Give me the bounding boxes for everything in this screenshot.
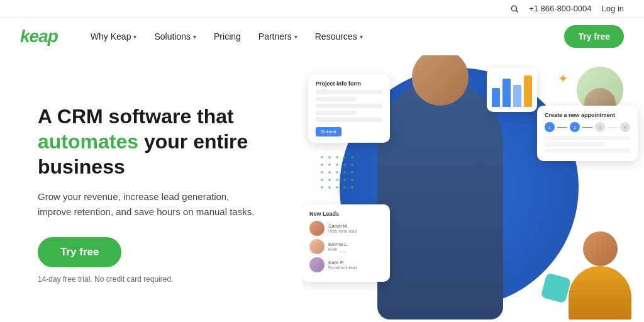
form-submit-button[interactable]: Submit: [316, 127, 341, 136]
person-head: [412, 55, 469, 106]
chart-bar: [502, 79, 511, 107]
step-4: 4: [620, 122, 630, 132]
nav-try-free-button[interactable]: Try free: [564, 25, 624, 48]
navbar: keap Why Keap ▾ Solutions ▾ Pricing Part…: [0, 18, 644, 55]
nav-item-solutions[interactable]: Solutions ▾: [147, 26, 204, 47]
lead-name: Sarah M.: [328, 223, 357, 229]
step-line: [582, 127, 592, 128]
nav-item-pricing[interactable]: Pricing: [206, 26, 248, 47]
step-1: 1: [545, 122, 555, 132]
person2-head: [583, 231, 618, 266]
hero-try-free-button[interactable]: Try free: [38, 237, 121, 267]
form-field: [316, 104, 382, 108]
chevron-down-icon: ▾: [193, 33, 196, 40]
lead-item: Kate P. Facebook lead: [309, 257, 382, 272]
hero-subtext: Grow your revenue, increase lead generat…: [38, 189, 264, 219]
nav-item-why-keap[interactable]: Why Keap ▾: [83, 26, 145, 47]
utility-bar: +1 866-800-0004 Log in: [0, 0, 644, 18]
person2-body: [569, 266, 631, 319]
search-button[interactable]: [510, 4, 519, 13]
login-link[interactable]: Log in: [602, 4, 624, 13]
lead-item: Emma L. Free ___: [309, 239, 382, 254]
lead-name: Emma L.: [328, 242, 348, 247]
lead-item: Sarah M. Web form lead: [309, 221, 382, 236]
chart-bar: [492, 88, 500, 107]
lead-name: Kate P.: [328, 260, 357, 265]
svg-point-0: [512, 6, 517, 11]
hero-illustration: ✦ Project info form Submit New Leads Sar…: [302, 55, 644, 319]
form-card-title: Project info form: [316, 80, 382, 87]
lead-avatar: [309, 257, 325, 272]
hero-section: A CRM software that automates your entir…: [0, 55, 644, 319]
trial-note: 14-day free trial. No credit card requir…: [38, 275, 282, 284]
form-field: [316, 97, 356, 101]
lead-source: Free ___: [328, 247, 348, 252]
appt-field: [545, 148, 630, 153]
chevron-down-icon: ▾: [294, 33, 297, 40]
leads-card-title: New Leads: [309, 211, 382, 217]
leads-card: New Leads Sarah M. Web form lead Emma L.…: [302, 204, 390, 282]
step-2: 2: [570, 122, 580, 132]
lead-avatar: [309, 221, 325, 236]
appointment-steps: 1 2 3 4: [545, 122, 630, 132]
appt-field: [545, 142, 604, 147]
step-line: [557, 127, 567, 128]
appt-field: [545, 136, 630, 140]
lead-source: Facebook lead: [328, 265, 357, 270]
person2-illustration: [562, 231, 638, 319]
hero-heading: A CRM software that automates your entir…: [38, 104, 282, 179]
form-card: Project info form Submit: [308, 74, 390, 143]
chart-card: [487, 68, 537, 112]
chart-bar: [524, 75, 532, 107]
nav-links: Why Keap ▾ Solutions ▾ Pricing Partners …: [83, 26, 565, 47]
phone-link[interactable]: +1 866-800-0004: [529, 4, 591, 13]
nav-item-resources[interactable]: Resources ▾: [308, 26, 370, 47]
chart-bar: [513, 85, 521, 107]
star-decoration: ✦: [558, 71, 569, 86]
nav-item-partners[interactable]: Partners ▾: [251, 26, 305, 47]
appointment-card: Create a new appointment 1 2 3 4: [537, 106, 638, 161]
form-field: [316, 90, 382, 94]
hero-content: A CRM software that automates your entir…: [0, 55, 302, 319]
step-3: 3: [595, 122, 605, 132]
lead-source: Web form lead: [328, 229, 357, 233]
appointment-card-title: Create a new appointment: [545, 112, 630, 118]
person-body: [377, 80, 503, 319]
form-field: [316, 118, 382, 122]
chevron-down-icon: ▾: [133, 33, 136, 40]
form-field: [316, 111, 356, 115]
logo[interactable]: keap: [20, 26, 58, 47]
dots-decoration: [321, 156, 356, 191]
lead-avatar: [309, 239, 325, 254]
step-line: [608, 127, 618, 128]
svg-line-1: [516, 10, 518, 12]
chevron-down-icon: ▾: [360, 33, 363, 40]
